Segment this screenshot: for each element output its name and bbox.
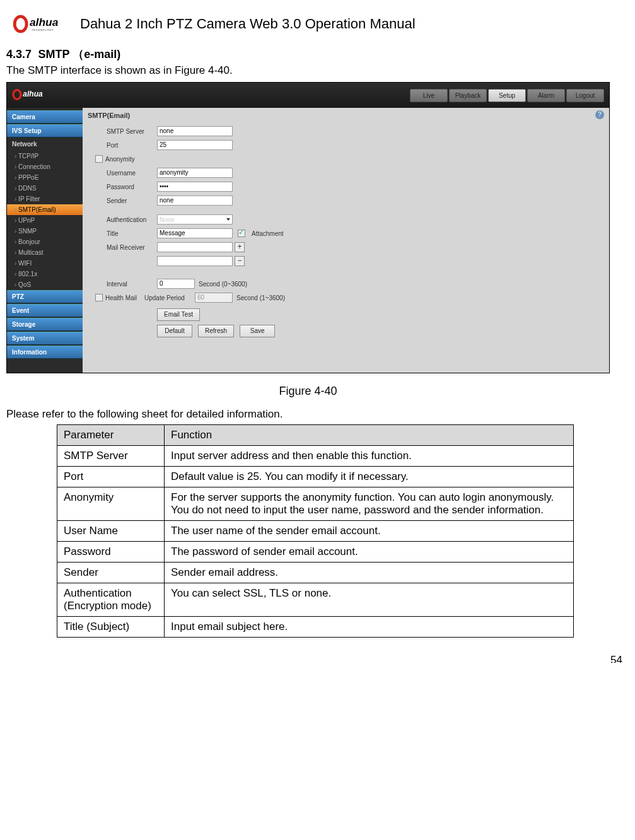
table-row: PortDefault value is 25. You can modify … [57, 467, 574, 487]
input-update-period: 60 [195, 293, 233, 303]
input-password[interactable]: •••• [157, 182, 233, 192]
label-interval-unit: Second (0~3600) [199, 281, 247, 288]
sidebar-group-camera[interactable]: Camera [7, 110, 83, 124]
sidebar-sub-pppoe[interactable]: PPPoE [7, 172, 83, 183]
tab-alarm[interactable]: Alarm [527, 89, 565, 102]
page-number: 54 [610, 654, 622, 663]
label-auth: Authentication [107, 216, 157, 223]
label-health-mail: Health Mail [105, 295, 144, 301]
checkbox-health-mail[interactable] [95, 294, 103, 301]
document-title: Dahua 2 Inch PTZ Camera Web 3.0 Operatio… [80, 16, 416, 32]
input-username[interactable]: anonymity [157, 168, 233, 178]
section-number: 4.3.7 [6, 48, 32, 61]
table-header-parameter: Parameter [57, 425, 165, 446]
label-sender: Sender [107, 197, 157, 204]
input-sender[interactable]: none [157, 195, 233, 206]
parameter-table: Parameter Function SMTP ServerInput serv… [57, 424, 574, 638]
table-intro: Please refer to the following sheet for … [6, 408, 610, 421]
sidebar-group-information[interactable]: Information [7, 346, 83, 359]
app-topbar: alhua Live Playback Setup Alarm Logout [7, 83, 609, 108]
email-test-button[interactable]: Email Test [157, 308, 200, 321]
remove-receiver-button[interactable]: − [235, 256, 245, 266]
input-interval[interactable]: 0 [157, 279, 195, 289]
add-receiver-button[interactable]: + [235, 242, 245, 252]
app-logo: alhua [12, 88, 62, 102]
sidebar-group-storage[interactable]: Storage [7, 318, 83, 331]
sidebar-sub-snmp[interactable]: SNMP [7, 226, 83, 236]
sidebar-sub-8021x[interactable]: 802.1x [7, 269, 83, 279]
table-row: AnonymityFor the server supports the ano… [57, 487, 574, 521]
table-row: SenderSender email address. [57, 563, 574, 583]
svg-point-0 [15, 16, 26, 32]
label-attachment: Attachment [252, 230, 284, 237]
label-smtp-server: SMTP Server [107, 128, 157, 135]
sidebar-sub-qos[interactable]: QoS [7, 279, 83, 290]
sidebar-sub-multicast[interactable]: Multicast [7, 247, 83, 258]
table-row: SMTP ServerInput server address and then… [57, 446, 574, 467]
table-row: Authentication (Encryption mode)You can … [57, 583, 574, 617]
sidebar-group-system[interactable]: System [7, 332, 83, 345]
checkbox-attachment[interactable] [238, 230, 245, 237]
sidebar-sub-tcpip[interactable]: TCP/IP [7, 151, 83, 161]
figure-screenshot: alhua Live Playback Setup Alarm Logout C… [6, 82, 610, 373]
tab-live[interactable]: Live [410, 89, 448, 102]
svg-text:alhua: alhua [30, 16, 59, 28]
sidebar: Camera IVS Setup Network TCP/IP Connecti… [7, 108, 83, 373]
svg-text:TECHNOLOGY: TECHNOLOGY [32, 28, 54, 32]
input-mail-receiver[interactable] [157, 242, 233, 252]
chevron-down-icon [226, 218, 230, 221]
default-button[interactable]: Default [157, 325, 192, 337]
input-mail-receiver-2[interactable] [157, 256, 233, 266]
label-port: Port [107, 142, 157, 149]
label-interval: Interval [107, 281, 157, 288]
sidebar-group-ptz[interactable]: PTZ [7, 290, 83, 303]
section-intro: The SMTP interface is shown as in Figure… [6, 64, 610, 77]
select-auth-value: None [160, 216, 175, 223]
input-smtp-server[interactable]: none [157, 126, 233, 136]
sidebar-group-event[interactable]: Event [7, 304, 83, 317]
figure-caption: Figure 4-40 [6, 385, 610, 398]
tab-playback[interactable]: Playback [449, 89, 487, 102]
label-update-unit: Second (1~3600) [236, 295, 285, 301]
content-pane: ? SMTP(Email) SMTP Server none Port 25 [83, 108, 609, 373]
table-header-function: Function [165, 425, 574, 446]
save-button[interactable]: Save [240, 325, 275, 337]
sidebar-sub-ipfilter[interactable]: IP Filter [7, 194, 83, 204]
refresh-button[interactable]: Refresh [198, 325, 234, 337]
sidebar-sub-ddns[interactable]: DDNS [7, 183, 83, 194]
dahua-logo: alhua TECHNOLOGY [13, 13, 73, 35]
sidebar-sub-bonjour[interactable]: Bonjour [7, 236, 83, 247]
sidebar-sub-smtp[interactable]: SMTP(Email) [7, 204, 83, 215]
select-auth[interactable]: None [157, 214, 233, 225]
svg-point-3 [13, 90, 21, 100]
tab-setup[interactable]: Setup [488, 89, 526, 102]
table-row: PasswordThe password of sender email acc… [57, 542, 574, 563]
label-password: Password [107, 184, 157, 190]
input-port[interactable]: 25 [157, 140, 233, 150]
tab-logout[interactable]: Logout [566, 89, 604, 102]
table-row: User NameThe user name of the sender ema… [57, 521, 574, 542]
checkbox-anonymity[interactable] [95, 155, 103, 163]
label-username: Username [107, 170, 157, 177]
label-update-period: Update Period [144, 295, 195, 301]
sidebar-sub-connection[interactable]: Connection [7, 161, 83, 172]
sidebar-group-ivs[interactable]: IVS Setup [7, 124, 83, 137]
input-title[interactable]: Message [157, 228, 233, 238]
sidebar-sub-upnp[interactable]: UPnP [7, 215, 83, 226]
help-icon[interactable]: ? [595, 110, 604, 119]
label-title: Title [107, 230, 157, 237]
top-tabs: Live Playback Setup Alarm Logout [410, 89, 604, 102]
sidebar-sub-wifi[interactable]: WIFI [7, 258, 83, 269]
table-row: Title (Subject)Input email subject here. [57, 617, 574, 638]
svg-text:alhua: alhua [23, 90, 43, 98]
section-title: SMTP （e-mail) [38, 48, 121, 61]
label-mail-receiver: Mail Receiver [107, 244, 157, 251]
sidebar-group-network[interactable]: Network [7, 138, 83, 150]
content-title: SMTP(Email) [88, 112, 604, 119]
label-anonymity: Anonymity [105, 156, 144, 163]
